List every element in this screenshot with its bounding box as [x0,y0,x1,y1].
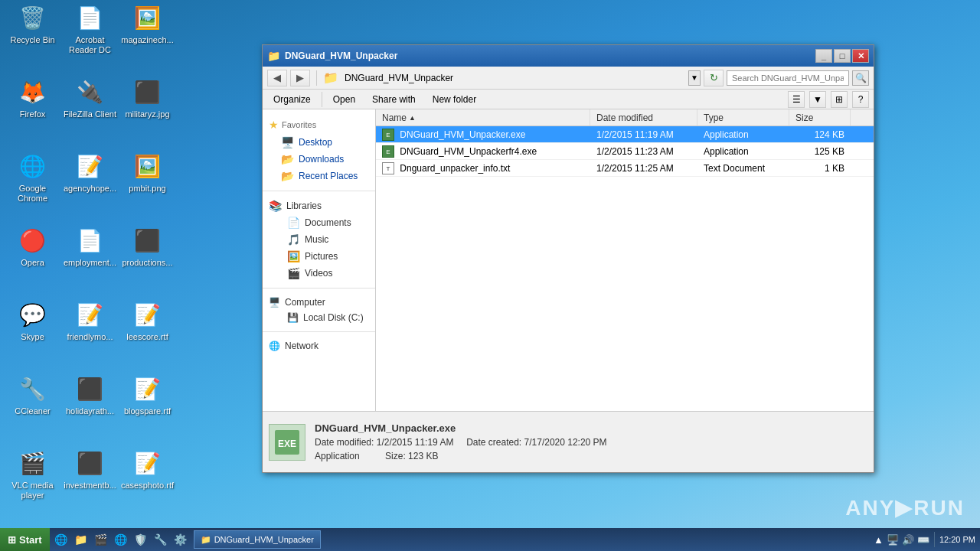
system-tray: ▲ 🖥️ 🔊 ⌨️ [874,534,929,546]
taskbar-antivirus-icon[interactable]: 🛡️ [132,531,149,548]
computer-header[interactable]: 🖥️ Computer [263,295,375,310]
desktop-icon-investmentb[interactable]: ⬛ investmentb... [61,448,119,491]
nav-item-network[interactable]: 🌐 Network [263,338,375,354]
blogspare-icon: 📝 [132,373,163,404]
search-button[interactable]: 🔍 [852,70,869,86]
view-dropdown-btn[interactable]: ▼ [809,91,826,108]
pmbit-label: pmbit.png [129,184,165,194]
start-label: Start [19,534,42,546]
share-with-menu[interactable]: Share with [366,93,422,106]
open-menu[interactable]: Open [327,93,361,106]
view-icon-btn[interactable]: ☰ [788,91,805,108]
desktop-icon-pmbit[interactable]: 🖼️ pmbit.png [119,151,176,194]
desktop-icon-chrome[interactable]: 🌐 Google Chrome [4,151,61,204]
nav-item-music[interactable]: 🎵 Music [263,231,375,248]
help-btn[interactable]: ? [852,91,869,108]
desktop-icon-vlc[interactable]: 🎬 VLC media player [4,448,61,500]
vlc-label: VLC media player [4,481,61,500]
nav-item-documents[interactable]: 📄 Documents [263,214,375,231]
desktop-icon-opera[interactable]: 🔴 Opera [4,225,61,268]
desktop-icon-militaryz[interactable]: ⬛ militaryz.jpg [119,77,176,119]
minimize-button[interactable]: _ [815,49,832,63]
nav-item-videos[interactable]: 🎬 Videos [263,265,375,282]
desktop-icon-acrobat[interactable]: 📄 Acrobat Reader DC [61,2,119,55]
pictures-icon: 🖼️ [287,250,300,262]
opera-icon: 🔴 [18,225,48,256]
desktop-icon-agencyhope[interactable]: 📝 agencyhope... [61,151,119,194]
desktop-icon-holidayrath[interactable]: ⬛ holidayrath... [61,373,119,416]
forward-button[interactable]: ▶ [290,70,310,86]
casesphoto-icon: 📝 [132,448,163,478]
file-name-cell: E DNGuard_HVM_Unpackerfr4.exe [376,145,590,158]
task-folder-icon: 📁 [201,535,211,545]
taskbar-app2-icon[interactable]: 🔧 [152,531,169,548]
col-date-header[interactable]: Date modified [590,109,697,126]
desktop-icon-recycle-bin[interactable]: 🗑️ Recycle Bin [4,2,61,45]
refresh-button[interactable]: ↻ [704,70,724,86]
close-button[interactable]: ✕ [852,49,869,63]
magazinech-icon: 🖼️ [132,2,163,33]
back-button[interactable]: ◀ [267,70,287,86]
status-bar: EXE DNGuard_HVM_Unpacker.exe Date modifi… [263,411,874,472]
taskbar-ie-icon[interactable]: 🌐 [53,531,70,548]
file-row[interactable]: T Dnguard_unpacker_info.txt 1/2/2015 11:… [376,160,874,177]
desktop-icon-blogspare[interactable]: 📝 blogspare.rtf [119,373,176,416]
favorites-section: ★ Favorites 🖥️ Desktop 📂 Downloads 📂 Rec… [263,112,375,187]
investmentb-label: investmentb... [64,481,116,491]
agencyhope-label: agencyhope... [64,184,116,194]
taskbar-app3-icon[interactable]: ⚙️ [172,531,189,548]
nav-item-desktop[interactable]: 🖥️ Desktop [263,134,375,151]
desktop-icon-casesphoto[interactable]: 📝 casesphoto.rtf [119,448,176,491]
status-size-label: Size: [385,451,406,461]
pictures-label: Pictures [305,251,338,262]
col-size-header[interactable]: Size [789,109,851,126]
file-list: Name ▲ Date modified Type Size E DNGuard… [376,109,874,411]
desktop-label: Desktop [299,137,332,148]
desktop-icon-filezilla[interactable]: 🔌 FileZilla Client [61,77,119,119]
file-date-cell: 1/2/2015 11:23 AM [590,146,697,157]
maximize-button[interactable]: □ [834,49,851,63]
taskbar-chrome-icon[interactable]: 🌐 [113,531,129,548]
title-bar-buttons: _ □ ✕ [815,49,869,63]
organize-menu[interactable]: Organize [267,93,317,106]
desktop-icon-ccleaner[interactable]: 🔧 CCleaner [4,373,61,416]
vlc-icon: 🎬 [18,448,48,478]
disk-icon: 💾 [287,312,299,323]
desktop-icon-magazinech[interactable]: 🖼️ magazinech... [119,2,176,45]
file-type-cell: Text Document [697,163,789,174]
view-large-btn[interactable]: ⊞ [831,91,848,108]
desktop-icon-productions[interactable]: ⬛ productions... [119,225,176,268]
address-dropdown-btn[interactable]: ▼ [688,70,701,86]
nav-item-recent[interactable]: 📂 Recent Places [263,168,375,184]
computer-icon: 🖥️ [269,297,280,308]
libraries-header[interactable]: 📚 Libraries [263,197,375,214]
taskbar-task-explorer[interactable]: 📁 DNGuard_HVM_Unpacker [194,530,321,549]
file-size-cell: 124 KB [789,129,851,140]
music-label: Music [305,234,328,245]
nav-item-downloads[interactable]: 📂 Downloads [263,151,375,168]
desktop-icon-friendlymo[interactable]: 📝 friendlymo... [61,299,119,342]
new-folder-menu[interactable]: New folder [426,93,482,106]
status-details: Date modified: 1/2/2015 11:19 AM Date cr… [315,437,607,448]
tray-input-icon[interactable]: ⌨️ [917,534,929,546]
taskbar-media-icon[interactable]: 🎬 [93,531,109,548]
col-type-header[interactable]: Type [697,109,789,126]
file-row[interactable]: E DNGuard_HVM_Unpacker.exe 1/2/2015 11:1… [376,126,874,143]
file-row[interactable]: E DNGuard_HVM_Unpackerfr4.exe 1/2/2015 1… [376,143,874,160]
desktop-icon-employment[interactable]: 📄 employment... [61,225,119,268]
nav-item-pictures[interactable]: 🖼️ Pictures [263,248,375,265]
tray-sound-icon[interactable]: 🔊 [902,534,914,546]
documents-label: Documents [305,217,351,228]
nav-item-local-disk[interactable]: 💾 Local Disk (C:) [263,310,375,325]
start-button[interactable]: ⊞ Start [0,528,50,551]
tray-network-icon[interactable]: 🖥️ [887,534,899,546]
taskbar-folder-icon[interactable]: 📁 [73,531,90,548]
col-name-header[interactable]: Name ▲ [376,109,590,126]
tray-arrow-icon[interactable]: ▲ [874,534,884,546]
desktop-icon-skype[interactable]: 💬 Skype [4,299,61,342]
search-input[interactable] [727,70,849,86]
desktop-icon-leescore[interactable]: 📝 leescore.rtf [119,299,176,342]
favorites-header[interactable]: ★ Favorites [263,116,375,134]
desktop-icon-firefox[interactable]: 🦊 Firefox [4,77,61,119]
clock[interactable]: 12:20 PM [939,535,975,544]
